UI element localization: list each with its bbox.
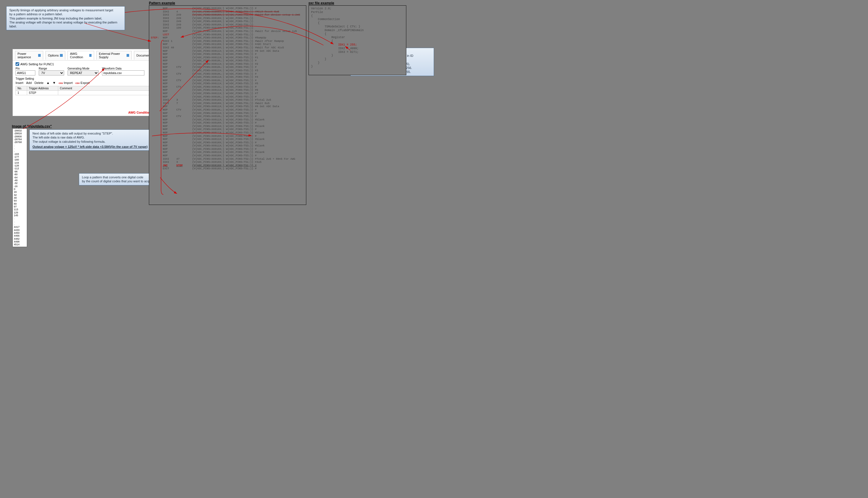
csv-value: 4514 <box>14 243 26 246</box>
tab-external-power[interactable]: External Power Supply <box>96 51 132 60</box>
field-pin: Pin <box>15 67 35 76</box>
col-comment: Comment <box>58 86 157 91</box>
pattern-row: IDXI249{V{ADC_PINS=XX010X;} W{ADC_PINS=T… <box>151 17 304 20</box>
pattern-row: IDXI249{V{ADC_PINS=XX010X;} W{ADC_PINS=T… <box>151 13 304 17</box>
csv-value: -28768 <box>14 141 26 144</box>
pattern-title: Pattern example <box>149 1 175 5</box>
pattern-row: IDXI3{V{ADC_PINS=XX010X;} W{ADC_PINS=TS1… <box>151 160 304 164</box>
insert-button[interactable]: Insert <box>15 81 24 84</box>
move-up-icon[interactable]: ▲ <box>46 81 50 85</box>
csv-value: 48 <box>14 196 26 199</box>
csv-value: -28816 <box>14 132 26 135</box>
pattern-row: NOP{V{ADC_PINS=XX011X;} W{ADC_PINS=TS3;}… <box>151 144 304 147</box>
export-button[interactable]: csv Export <box>76 81 90 84</box>
pattern-row: IDXI4{V{ADC_PINS=XX000X;} W{ADC_PINS=TS1… <box>151 10 304 14</box>
csv-value: 80 <box>14 202 26 205</box>
pattern-row: IDXI249{V{ADC_PINS=XX010X;} W{ADC_PINS=T… <box>151 23 304 27</box>
csv-value: -177 <box>14 155 26 158</box>
add-button[interactable]: Add <box>26 81 32 84</box>
csv-value: . <box>14 149 26 152</box>
pattern-row: NOP{V{ADC_PINS=XX011X;} W{ADC_PINS=TS3;}… <box>151 124 304 128</box>
waveform-input[interactable] <box>102 70 144 76</box>
csv-value: 97 <box>14 205 26 208</box>
pxr-box: Version 2.0;PxrFile{ CommonSection { TSM… <box>309 5 406 75</box>
csv-value: 4450 <box>14 232 26 234</box>
csv-value: -28800 <box>14 135 26 138</box>
col-addr: Trigger Address <box>27 86 58 91</box>
pattern-row: NOP{V{ADC_PINS=XX011X;} W{ADC_PINS=TS3;}… <box>151 82 304 86</box>
pattern-row: NOP{V{ADC_PINS=XX010X;} W{ADC_PINS=TS3;}… <box>151 154 304 157</box>
pxr-idx1: IDX1 = 255; <box>311 43 404 47</box>
awg-tabs: Power sequence Options AWG Condition Ext… <box>13 49 159 61</box>
csv-value: -80 <box>14 173 26 176</box>
tab-awg-condition[interactable]: AWG Condition <box>68 51 94 60</box>
genmode-select[interactable]: REPEAT <box>68 70 98 76</box>
pattern-row: NOP{V{ADC_PINS=XX011X;} W{ADC_PINS=TS3;}… <box>151 56 304 60</box>
tab-power-sequence[interactable]: Power sequence <box>15 51 43 60</box>
awg-setting-label: AWG Setting for FUNC1 <box>21 63 54 66</box>
pattern-row: IDXI249{V{ADC_PINS=XX010X;} W{ADC_PINS=T… <box>151 20 304 23</box>
csv-value: -32 <box>14 182 26 185</box>
pattern-box: NOP{V{ADC_PINS=XX010X;} W{ADC_PINS=TS1;}… <box>149 5 306 205</box>
pattern-row: NOP{V{ADC_PINS=XX011X;} W{ADC_PINS=TS3;}… <box>151 118 304 121</box>
pattern-row: NOP{V{ADC_PINS=XX010X;} W{ADC_PINS=TS1;}… <box>151 30 304 33</box>
pattern-row: NOP{V{ADC_PINS=XX011X;} W{ADC_PINS=TS3;}… <box>151 63 304 66</box>
pattern-row: NOPCTV{V{ADC_PINS=XX010L;} W{ADC_PINS=TS… <box>151 115 304 118</box>
pattern-row: STEP:NOP{V{ADC_PINS=XX010X;} W{ADC_PINS=… <box>151 36 304 40</box>
csv-value: 4417 <box>14 225 26 228</box>
csv-value: 0 <box>14 188 26 191</box>
link-icon <box>60 54 63 57</box>
pin-input[interactable] <box>15 70 35 76</box>
csv-value: 4433 <box>14 229 26 232</box>
pxr-title: pxr file example <box>309 1 334 5</box>
range-select[interactable]: 7V <box>39 70 64 76</box>
pattern-row: LDIT{V{ADC_PINS=XX010X;} W{ADC_PINS=TS1;… <box>151 33 304 37</box>
link-icon <box>38 54 40 57</box>
pattern-row: IDXI7{V{ADC_PINS=XX010X;} W{ADC_PINS=TS1… <box>151 102 304 105</box>
callout-text: Specify timings of applying arbitrary an… <box>9 8 122 28</box>
pattern-row: NOP{V{ADC_PINS=XX010L;} W{ADC_PINS=TS3;}… <box>151 53 304 56</box>
pattern-row: NOP{V{ADC_PINS=XX010X;} W{ADC_PINS=TS3;}… <box>151 121 304 124</box>
csv-value: -28832 <box>14 129 26 132</box>
awg-setting-checkbox[interactable] <box>15 62 19 66</box>
csv-value: -144 <box>14 161 26 164</box>
csv-value: 4498 <box>14 240 26 243</box>
pattern-row: NOP{V{ADC_PINS=XX011X;} W{ADC_PINS=TS3;}… <box>151 131 304 134</box>
csv-value: 64 <box>14 199 26 202</box>
csv-value: 16 <box>14 191 26 193</box>
callout-loop: Loop a pattern that converts one digital… <box>79 173 160 185</box>
pattern-row: NOP{V{ADC_PINS=XX010L;} W{ADC_PINS=TS3;}… <box>151 59 304 63</box>
csv-title: Image of "inputdata.csv" <box>12 124 52 128</box>
pattern-row: NOP{V{ADC_PINS=XX011X;} W{ADC_PINS=TS3;}… <box>151 69 304 73</box>
pattern-row: NOP{V{ADC_PINS=XX011X;} W{ADC_PINS=TS3;}… <box>151 112 304 115</box>
pattern-row: NOP{V{ADC_PINS=XX010X;} W{ADC_PINS=TS3;}… <box>151 147 304 151</box>
csv-value: . <box>14 223 26 225</box>
csv-icon: csv <box>76 82 80 84</box>
csv-value: 4530 <box>14 246 26 247</box>
csv-value: 113 <box>14 208 26 211</box>
pattern-row: IDXI3{V{ADC_PINS=XX010X;} W{ADC_PINS=TS3… <box>151 99 304 102</box>
pattern-row: NOP{V{ADC_PINS=XX011X;} W{ADC_PINS=TS3;}… <box>151 105 304 108</box>
trigger-table: No. Trigger Address Comment 1 STEP <box>15 86 157 95</box>
csv-value: . <box>14 147 26 149</box>
import-button[interactable]: csv Import <box>59 81 72 84</box>
csv-value: -193 <box>14 153 26 155</box>
tab-options[interactable]: Options <box>45 51 65 60</box>
pattern-row: NOPCTV{V{ADC_PINS=XX010L;} W{ADC_PINS=TS… <box>151 79 304 82</box>
pattern-row: NOP{V{ADC_PINS=XX011X;} W{ADC_PINS=TS3;}… <box>151 76 304 79</box>
pattern-row: NOP{V{ADC_PINS=XX010X;} W{ADC_PINS=TS3;}… <box>151 141 304 144</box>
move-down-icon[interactable]: ▼ <box>53 81 56 85</box>
csv-data-list: -28832-28816-28800-28784-28768...-193-17… <box>12 128 27 247</box>
delete-button[interactable]: Delete <box>35 81 43 84</box>
field-genmode: Generating Mode REPEAT <box>68 67 98 76</box>
trigger-setting-label: Trigger Setting <box>15 77 157 80</box>
pattern-row: NOPCTV{V{ADC_PINS=XX010L;} W{ADC_PINS=TS… <box>151 73 304 76</box>
pattern-row: NOP{V{ADC_PINS=XX010X;} W{ADC_PINS=TS3;}… <box>151 128 304 131</box>
pattern-row: EXIT{V{ADC_PINS=XX010X;} W{ADC_PINS=TS1;… <box>151 167 304 170</box>
table-row[interactable]: 1 STEP <box>16 91 157 95</box>
pattern-row: NOP{V{ADC_PINS=XX110X;} W{ADC_PINS=TS1;}… <box>151 43 304 46</box>
pattern-row: NOP{V{ADC_PINS=XX011X;} W{ADC_PINS=TS3;}… <box>151 150 304 154</box>
csv-value: 4466 <box>14 234 26 237</box>
csv-value: -96 <box>14 170 26 173</box>
csv-value: -48 <box>14 179 26 182</box>
